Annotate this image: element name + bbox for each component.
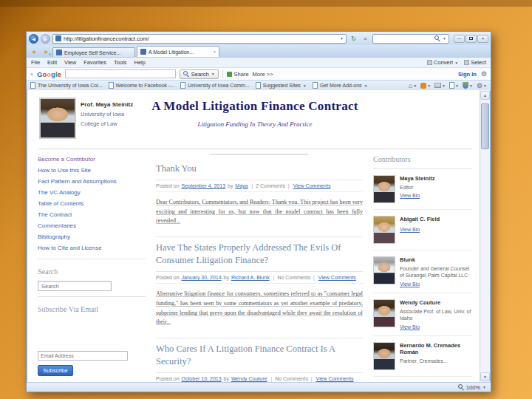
- zoom-control[interactable]: 100% ▼: [458, 384, 486, 391]
- contributor-role: Associate Prof. of Law, Univ. of Idaho: [400, 308, 472, 322]
- rss-icon: [420, 83, 426, 89]
- convert-button[interactable]: Convert ▼: [427, 59, 458, 66]
- tab-employee-self-service[interactable]: Employee Self Service...: [52, 47, 135, 57]
- sidebar-item-fact-pattern[interactable]: Fact Pattern and Assumptions: [38, 178, 146, 185]
- favorites-button[interactable]: ★: [29, 47, 39, 57]
- zoom-icon: [458, 384, 464, 390]
- view-bio-link[interactable]: View Bio: [400, 324, 472, 330]
- contributor-role: Founder and General Counsel of Surangel …: [400, 265, 472, 279]
- professor-university-link[interactable]: University of Iowa: [81, 111, 133, 117]
- sidebar-item-how-to-cite[interactable]: How to Cite and License: [38, 245, 146, 251]
- favorites-item[interactable]: University of Iowa Comm...: [180, 82, 250, 89]
- browser-window: ◀ ▶ http://litigationfinancecontract.com…: [26, 31, 491, 392]
- view-comments-link[interactable]: View Comments: [293, 183, 331, 188]
- sidebar-item-vc-analogy[interactable]: The VC Analogy: [38, 189, 146, 196]
- scrollbar-thumb[interactable]: [481, 103, 489, 149]
- menu-file[interactable]: File: [31, 59, 40, 66]
- post-author-link[interactable]: Richard A. Blunk: [231, 275, 270, 280]
- zoom-level: 100%: [466, 384, 480, 391]
- refresh-button[interactable]: ↻: [349, 34, 358, 44]
- restore-button[interactable]: [466, 35, 477, 43]
- tab-close-icon[interactable]: ×: [213, 50, 216, 54]
- chrome-search-box[interactable]: ▼: [372, 34, 449, 44]
- sidebar-item-how-to-use-this-site[interactable]: How to Use this Site: [38, 167, 146, 174]
- tab-bar: ★ ★+ Employee Self Service... A Model Li…: [27, 45, 491, 57]
- contributor-card: Blunk Founder and General Counsel of Sur…: [373, 250, 472, 293]
- back-button[interactable]: ◀: [29, 34, 38, 44]
- bookmark-icon: [30, 82, 35, 89]
- faded-search-pill: [211, 154, 308, 155]
- post-excerpt[interactable]: Dear Contributors, Commentators, and Rea…: [156, 198, 363, 226]
- post-author-link[interactable]: Maya: [235, 183, 248, 188]
- sidebar-item-table-of-contents[interactable]: Table of Contents: [38, 200, 146, 207]
- post-date-link[interactable]: January 30, 2014: [181, 275, 221, 280]
- menu-view[interactable]: View: [64, 59, 76, 66]
- view-bio-link[interactable]: View Bio: [400, 227, 440, 232]
- post-author-link[interactable]: Wendy Couture: [231, 376, 267, 381]
- subscribe-button[interactable]: Subscribe: [38, 365, 73, 376]
- shield-icon: [463, 82, 468, 89]
- sidebar-item-the-contract[interactable]: The Contract: [38, 211, 146, 218]
- view-bio-link[interactable]: View Bio: [400, 282, 472, 287]
- address-bar[interactable]: http://litigationfinancecontract.com/ ▼: [52, 34, 347, 44]
- view-comments-link[interactable]: View Comments: [318, 275, 356, 280]
- post-date-link[interactable]: October 10, 2013: [181, 376, 221, 381]
- post-title[interactable]: Who Cares If A Litigation Finance Contra…: [156, 338, 363, 373]
- chevron-down-icon: ▼: [442, 83, 446, 88]
- safety-menu-button[interactable]: ▼: [463, 82, 473, 89]
- page-icon: [449, 82, 454, 89]
- sign-in-link[interactable]: Sign In: [458, 71, 477, 78]
- menu-tools[interactable]: Tools: [114, 59, 127, 66]
- chevron-down-icon: ▼: [413, 83, 417, 88]
- menu-favorites[interactable]: Favorites: [83, 59, 106, 66]
- tab-a-model-litigation[interactable]: A Model Litigation... ×: [137, 46, 219, 57]
- close-button[interactable]: ×: [477, 35, 488, 43]
- star-icon: ★: [43, 49, 48, 55]
- tools-menu-button[interactable]: ⚙▼: [477, 82, 487, 89]
- chrome-search-input[interactable]: [375, 36, 432, 41]
- sidebar-item-become-a-contributor[interactable]: Become a Contributor: [38, 156, 146, 163]
- chevron-down-icon: ▼: [211, 72, 215, 76]
- post-title[interactable]: Have The States Properly Addressed The E…: [156, 237, 363, 272]
- search-heading: Search: [38, 267, 146, 276]
- share-button[interactable]: Share: [227, 71, 249, 78]
- post-date-link[interactable]: September 4, 2013: [181, 183, 225, 188]
- select-button[interactable]: Select: [464, 59, 486, 66]
- search-dropdown-icon[interactable]: ▼: [443, 36, 446, 41]
- favorites-item[interactable]: Welcome to Facebook -...: [109, 82, 175, 89]
- page-scrollbar[interactable]: ▲ ▼: [480, 90, 490, 382]
- google-search-button[interactable]: Search ▼: [180, 69, 219, 79]
- comment-count: 2 Comments: [256, 183, 285, 188]
- email-field[interactable]: [38, 351, 128, 361]
- sidebar-item-bibliography[interactable]: Bibliography: [38, 233, 146, 240]
- contributors-sidebar: Contributors Maya Steinitz Editor View B…: [373, 154, 472, 376]
- favorites-item[interactable]: The University of Iowa Col...: [30, 82, 103, 89]
- print-button[interactable]: ▼: [434, 83, 446, 88]
- home-button[interactable]: ⌂▼: [409, 82, 417, 89]
- view-comments-link[interactable]: View Comments: [316, 376, 354, 381]
- menu-edit[interactable]: Edit: [47, 59, 57, 66]
- sidebar-item-commentaries[interactable]: Commentaries: [38, 222, 146, 229]
- forward-button[interactable]: ▶: [41, 34, 50, 44]
- professor-college-link[interactable]: College of Law: [81, 120, 133, 127]
- gear-icon[interactable]: ⚙: [481, 70, 487, 78]
- feeds-button[interactable]: ▼: [420, 83, 431, 89]
- refresh-icon: ↻: [351, 35, 356, 42]
- more-button[interactable]: More >>: [253, 71, 273, 78]
- google-search-input[interactable]: [65, 69, 176, 78]
- scroll-up-button[interactable]: ▲: [480, 91, 490, 100]
- sidebar-search-input[interactable]: [38, 281, 112, 291]
- stop-button[interactable]: ×: [361, 34, 370, 44]
- scroll-down-button[interactable]: ▼: [480, 372, 490, 381]
- minimize-button[interactable]: —: [454, 35, 465, 43]
- address-dropdown-icon[interactable]: ▼: [340, 36, 344, 41]
- view-bio-link[interactable]: View Bio: [400, 193, 435, 198]
- add-favorite-button[interactable]: ★+: [41, 47, 51, 57]
- post-excerpt[interactable]: Alternative litigation finance for consu…: [156, 290, 363, 327]
- get-more-addons-button[interactable]: Get More Add-ons▼: [313, 82, 368, 89]
- page-menu-button[interactable]: ▼: [449, 82, 459, 89]
- toolbar-close-icon[interactable]: ×: [30, 72, 33, 77]
- post-title[interactable]: Thank You: [156, 158, 363, 180]
- suggested-sites-button[interactable]: Suggested Sites▼: [256, 82, 307, 89]
- menu-help[interactable]: Help: [134, 59, 146, 66]
